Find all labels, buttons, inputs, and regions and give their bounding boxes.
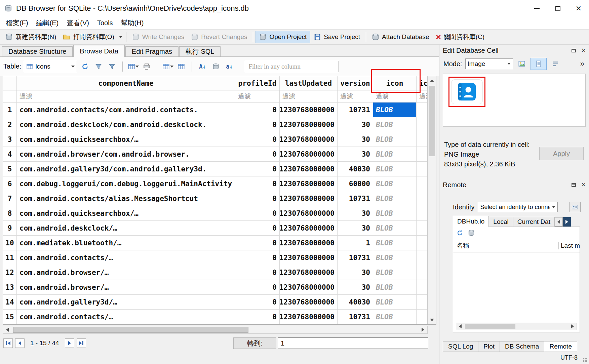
next-record-button[interactable] [65,338,74,348]
cell-icon[interactable]: BLOB [373,280,417,295]
cell-partial[interactable] [417,162,427,176]
refresh-button[interactable] [80,61,90,72]
row-number[interactable]: 8 [3,206,17,221]
cell-icon[interactable]: BLOB [373,132,417,147]
dock-tab-remote[interactable]: Remote [544,341,577,352]
cell-lastUpdated[interactable]: 1230768000000 [280,176,338,191]
header-componentName[interactable]: componentName [17,76,235,90]
cell-icon[interactable]: BLOB [373,236,417,250]
write-changes-button[interactable]: Write Changes [129,31,188,43]
dock-tab-plot[interactable]: Plot [478,341,500,352]
mode-select[interactable]: Image [465,58,513,69]
scroll-right-arrow[interactable] [419,326,427,333]
filter-lastUpdated[interactable]: 過濾 [280,90,338,103]
cell-version[interactable]: 30 [338,206,373,221]
remote-refresh-button[interactable] [457,230,463,238]
cell-icon[interactable]: BLOB [373,221,417,236]
vertical-scroll-thumb[interactable] [429,86,435,156]
cell-componentName[interactable]: com.android.contacts/alias.MessageShortc… [17,191,235,206]
cell-profileId[interactable]: 0 [235,295,280,310]
cell-lastUpdated[interactable]: 1230768000000 [280,132,338,147]
first-record-button[interactable] [3,338,13,348]
table-row[interactable]: 3 com.android.quicksearchbox/… 0 1230768… [3,132,427,147]
open-database-dropdown[interactable] [118,31,124,43]
cell-version[interactable]: 10731 [338,310,373,324]
table-row[interactable]: 12 com.android.browser/… 0 1230768000000… [3,265,427,280]
open-database-button[interactable]: 打開資料庫(O) [60,31,117,43]
overflow-chevron-icon[interactable]: » [580,59,584,68]
cell-componentName[interactable]: com.android.contacts/… [17,250,235,265]
float-panel-icon[interactable] [572,183,576,187]
cell-lastUpdated[interactable]: 1230768000000 [280,280,338,295]
tab-dbhub[interactable]: DBHub.io [453,216,489,227]
cell-version[interactable]: 40030 [338,162,373,176]
table-row[interactable]: 7 com.android.contacts/alias.MessageShor… [3,191,427,206]
cell-partial[interactable] [417,310,427,324]
cell-profileId[interactable]: 0 [235,310,280,324]
cell-lastUpdated[interactable]: 1230768000000 [280,117,338,132]
tab-local[interactable]: Local [489,217,513,227]
cell-version[interactable]: 30 [338,221,373,236]
scroll-down-arrow[interactable] [428,316,436,324]
horizontal-scrollbar[interactable] [3,326,428,334]
header-version[interactable]: version [338,76,373,90]
cell-icon[interactable]: BLOB [373,147,417,162]
table-row[interactable]: 4 com.android.browser/com.android.browse… [3,147,427,162]
cell-version[interactable]: 40030 [338,295,373,310]
filter-componentName[interactable]: 過濾 [17,90,235,103]
cell-version[interactable]: 30 [338,117,373,132]
cell-partial[interactable] [417,206,427,221]
table-row[interactable]: 13 com.android.browser/… 0 1230768000000… [3,280,427,295]
text-view-button[interactable] [531,58,547,70]
table-encoding-button[interactable] [210,61,221,72]
cell-profileId[interactable]: 0 [235,250,280,265]
cell-componentName[interactable]: com.android.quicksearchbox/… [17,132,235,147]
print-button[interactable] [141,61,152,72]
cell-partial[interactable] [417,280,427,295]
row-number[interactable]: 3 [3,132,17,147]
horizontal-scroll-thumb[interactable] [13,327,248,333]
cell-profileId[interactable]: 0 [235,191,280,206]
new-database-button[interactable]: 新建資料庫(N) [2,31,60,43]
last-record-button[interactable] [77,338,86,348]
goto-button[interactable]: 轉到: [233,337,276,349]
cell-profileId[interactable]: 0 [235,206,280,221]
cell-icon[interactable]: BLOB [373,103,417,117]
cell-componentName[interactable]: com.android.deskclock/… [17,221,235,236]
corner-header-cell[interactable] [3,76,17,90]
cell-icon[interactable]: BLOB [373,176,417,191]
menu-file[interactable]: 檔案(F) [2,17,32,29]
filter-profileId[interactable]: 過濾 [235,90,280,103]
row-number[interactable]: 11 [3,250,17,265]
cell-partial[interactable] [417,236,427,250]
tab-scroll-right-button[interactable] [563,217,571,227]
cell-partial[interactable] [417,191,427,206]
cell-componentName[interactable]: com.android.contacts/com.android.contact… [17,103,235,117]
cell-componentName[interactable]: com.android.quicksearchbox/… [17,206,235,221]
cell-componentName[interactable]: com.android.browser/… [17,265,235,280]
table-row[interactable]: 5 com.android.gallery3d/com.android.gall… [3,162,427,176]
table-row[interactable]: 1 com.android.contacts/com.android.conta… [3,103,427,117]
scroll-right-arrow[interactable] [568,323,577,330]
identity-settings-button[interactable] [569,202,581,212]
cell-icon[interactable]: BLOB [373,295,417,310]
save-view-button[interactable] [128,61,139,72]
cell-version[interactable]: 30 [338,265,373,280]
cell-version[interactable]: 30 [338,147,373,162]
cell-profileId[interactable]: 0 [235,236,280,250]
cell-partial[interactable] [417,221,427,236]
close-panel-icon[interactable]: × [581,181,586,189]
tab-database-structure[interactable]: Database Structure [2,46,73,56]
cell-componentName[interactable]: com.android.browser/… [17,280,235,295]
cell-partial[interactable] [417,132,427,147]
filter-version[interactable]: 過濾 [338,90,373,103]
cell-lastUpdated[interactable]: 1230768000000 [280,206,338,221]
cell-componentName[interactable]: com.android.gallery3d/… [17,295,235,310]
cell-lastUpdated[interactable]: 1230768000000 [280,147,338,162]
cell-componentName[interactable]: com.android.deskclock/com.android.deskcl… [17,117,235,132]
tab-browse-data[interactable]: Browse Data [73,45,125,57]
cell-profileId[interactable]: 0 [235,265,280,280]
row-number[interactable]: 13 [3,280,17,295]
row-number[interactable]: 12 [3,265,17,280]
import-data-button[interactable] [516,58,527,70]
